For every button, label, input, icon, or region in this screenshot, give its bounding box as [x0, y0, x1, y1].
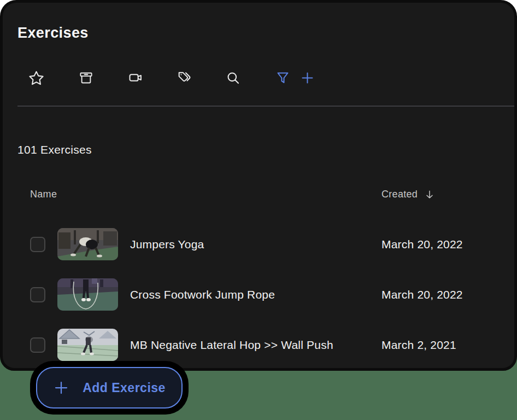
column-header-created[interactable]: Created	[381, 189, 435, 200]
add-icon[interactable]	[298, 68, 316, 87]
exercise-thumbnail[interactable]	[57, 278, 118, 311]
add-exercise-highlight-ring: Add Exercise	[30, 361, 189, 415]
page-title: Exercises	[17, 25, 89, 42]
exercise-name: MB Negative Lateral Hop >> Wall Push	[130, 329, 333, 361]
column-header-name: Name	[30, 189, 57, 200]
exercise-name: Cross Footwork Jump Rope	[130, 278, 275, 311]
exercise-row[interactable]: Jumpers Yoga March 20, 2022	[3, 228, 514, 260]
toolbar-divider	[17, 106, 514, 107]
exercise-row[interactable]: Cross Footwork Jump Rope March 20, 2022	[3, 278, 514, 311]
row-checkbox[interactable]	[30, 337, 45, 353]
exercise-created-date: March 20, 2022	[381, 228, 463, 260]
archive-icon[interactable]	[77, 68, 95, 87]
column-header-created-label: Created	[381, 189, 418, 200]
exercise-created-date: March 2, 2021	[381, 329, 456, 361]
favorites-star-icon[interactable]	[27, 68, 45, 87]
exercise-created-date: March 20, 2022	[381, 278, 463, 311]
exercises-panel: Exercises	[0, 0, 517, 371]
row-checkbox[interactable]	[30, 287, 45, 302]
exercise-thumbnail[interactable]	[57, 228, 118, 260]
plus-icon	[53, 380, 69, 396]
row-checkbox[interactable]	[30, 237, 45, 252]
video-icon[interactable]	[126, 68, 145, 87]
tags-icon[interactable]	[175, 68, 193, 87]
toolbar	[3, 68, 514, 87]
exercise-thumbnail[interactable]	[57, 329, 118, 361]
search-icon[interactable]	[224, 68, 242, 87]
sort-descending-icon	[424, 189, 435, 200]
exercise-name: Jumpers Yoga	[130, 228, 204, 260]
exercise-count: 101 Exercises	[17, 143, 92, 156]
exercises-page: { "page": { "title": "Exercises", "count…	[0, 0, 517, 420]
exercise-row[interactable]: MB Negative Lateral Hop >> Wall Push Mar…	[3, 329, 514, 361]
add-exercise-button[interactable]: Add Exercise	[36, 367, 183, 409]
filter-icon[interactable]	[273, 68, 292, 87]
add-exercise-label: Add Exercise	[83, 381, 166, 395]
